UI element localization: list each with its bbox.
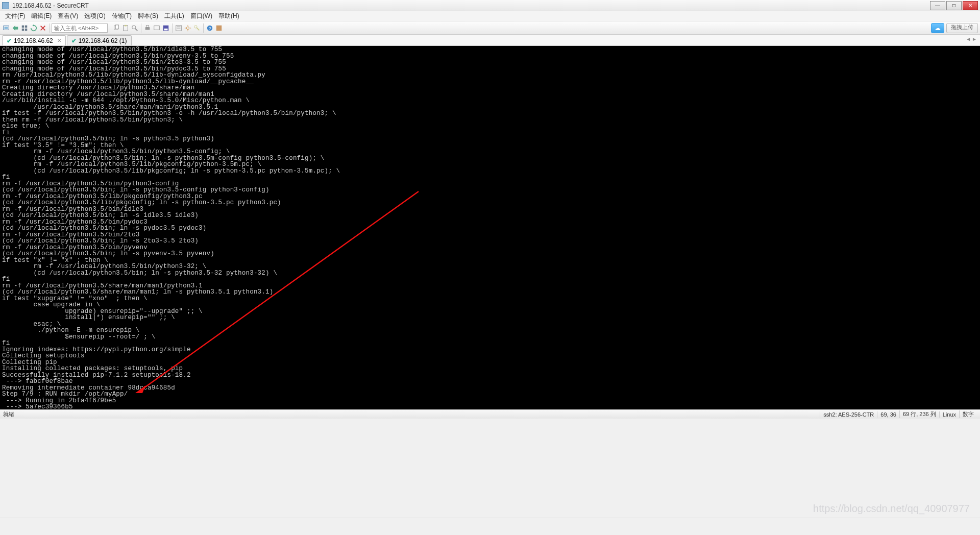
svg-rect-9	[125, 25, 127, 26]
svg-point-10	[132, 25, 136, 29]
status-left: 就绪	[3, 410, 14, 418]
svg-line-11	[135, 28, 137, 30]
os-taskbar	[0, 518, 980, 535]
quick-connect-icon[interactable]	[11, 24, 19, 32]
cloud-icon[interactable]: ☁	[931, 23, 944, 33]
settings-icon[interactable]	[184, 24, 192, 32]
svg-rect-13	[146, 25, 149, 27]
check-icon: ✔	[7, 37, 12, 44]
toolbar-separator	[110, 23, 110, 33]
upload-button[interactable]: 拖拽上传	[946, 23, 978, 33]
session-manager-icon[interactable]	[20, 24, 29, 32]
svg-rect-16	[164, 28, 168, 30]
tab-next-icon[interactable]: ►	[972, 36, 977, 42]
about-icon[interactable]	[215, 24, 223, 32]
toolbar-separator	[172, 23, 173, 33]
minimize-button[interactable]: —	[930, 1, 945, 10]
tab-close-icon[interactable]: ✕	[57, 38, 61, 43]
tab-session-1[interactable]: ✔ 192.168.46.62 ✕	[2, 35, 66, 45]
window-controls: — □ ✕	[930, 1, 978, 10]
menu-options[interactable]: 选项(O)	[81, 12, 108, 20]
properties-icon[interactable]	[175, 24, 183, 32]
window-titlebar: 192.168.46.62 - SecureCRT — □ ✕	[0, 0, 980, 11]
save-icon[interactable]	[162, 24, 170, 32]
svg-rect-2	[22, 25, 24, 27]
menu-edit[interactable]: 编辑(E)	[28, 12, 55, 20]
status-size: 69 行, 236 列	[899, 410, 939, 418]
svg-rect-7	[115, 25, 118, 29]
watermark: https://blog.csdn.net/qq_40907977	[813, 503, 970, 515]
svg-rect-14	[154, 26, 160, 30]
toolbar: ? ☁ 拖拽上传	[0, 21, 980, 35]
menubar: 文件(F) 编辑(E) 查看(V) 选项(O) 传输(T) 脚本(S) 工具(L…	[0, 11, 980, 21]
svg-rect-4	[22, 28, 24, 30]
svg-rect-25	[216, 25, 222, 31]
close-button[interactable]: ✕	[963, 1, 978, 10]
svg-rect-12	[145, 27, 150, 30]
svg-rect-5	[25, 28, 27, 30]
toolbar-separator	[49, 23, 50, 33]
menu-script[interactable]: 脚本(S)	[135, 12, 161, 20]
status-term: Linux	[939, 411, 959, 418]
menu-transfer[interactable]: 传输(T)	[109, 12, 135, 20]
statusbar: 就绪 ssh2: AES-256-CTR 69, 36 69 行, 236 列 …	[0, 409, 980, 419]
toolbar-separator	[203, 23, 204, 33]
svg-text:?: ?	[209, 26, 211, 31]
paste-icon[interactable]	[121, 24, 130, 32]
maximize-button[interactable]: □	[946, 1, 962, 10]
print-icon[interactable]	[143, 24, 152, 32]
copy-icon[interactable]	[112, 24, 120, 32]
key-icon[interactable]	[193, 24, 201, 32]
check-icon: ✔	[71, 37, 77, 44]
status-cursor-pos: 69, 36	[877, 411, 899, 418]
find-icon[interactable]	[131, 24, 139, 32]
window-title: 192.168.46.62 - SecureCRT	[12, 2, 930, 9]
tab-prev-icon[interactable]: ◄	[966, 36, 971, 42]
menu-file[interactable]: 文件(F)	[2, 12, 28, 20]
tab-label: 192.168.46.62 (1)	[79, 37, 127, 44]
svg-point-20	[186, 27, 189, 29]
terminal-output[interactable]: changing mode of /usr/local/python3.5/bi…	[0, 46, 980, 409]
tab-label: 192.168.46.62	[14, 37, 53, 44]
status-protocol: ssh2: AES-256-CTR	[820, 411, 877, 418]
new-session-icon[interactable]	[153, 24, 161, 32]
app-icon	[2, 2, 9, 9]
tab-session-2[interactable]: ✔ 192.168.46.62 (1)	[67, 35, 132, 45]
connect-icon[interactable]	[2, 24, 10, 32]
help-icon[interactable]: ?	[206, 24, 214, 32]
toolbar-separator	[141, 23, 141, 33]
host-input[interactable]	[52, 23, 108, 33]
svg-rect-1	[5, 27, 8, 29]
svg-rect-3	[25, 25, 27, 27]
menu-view[interactable]: 查看(V)	[55, 12, 81, 20]
svg-line-22	[197, 28, 199, 30]
menu-window[interactable]: 窗口(W)	[187, 12, 215, 20]
tabbar: ✔ 192.168.46.62 ✕ ✔ 192.168.46.62 (1) ◄ …	[0, 35, 980, 46]
tab-nav: ◄ ►	[966, 36, 977, 42]
reconnect-icon[interactable]	[30, 24, 38, 32]
status-extra: 数字	[959, 410, 977, 418]
menu-tools[interactable]: 工具(L)	[161, 12, 187, 20]
disconnect-icon[interactable]	[39, 24, 47, 32]
menu-help[interactable]: 帮助(H)	[215, 12, 242, 20]
